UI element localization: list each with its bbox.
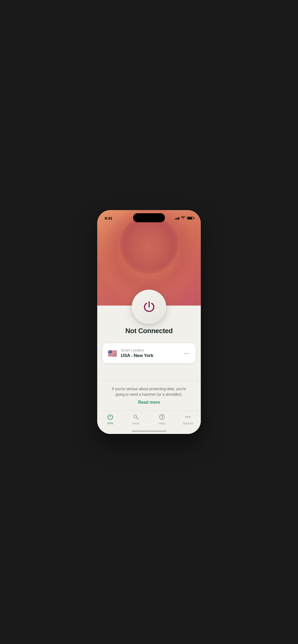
signal-bar-2 <box>176 218 177 220</box>
phone-frame: 9:41 <box>97 210 201 434</box>
connection-status: Not Connected <box>125 327 173 335</box>
help-icon <box>159 414 165 420</box>
options-label: Options <box>183 422 193 425</box>
tab-options[interactable]: Options <box>175 414 201 425</box>
wifi-icon <box>181 216 185 220</box>
svg-point-3 <box>185 416 186 417</box>
keys-label: Keys <box>133 422 139 425</box>
promo-text: If you're serious about protecting data,… <box>108 386 190 397</box>
signal-bar-4 <box>178 217 179 220</box>
svg-point-2 <box>162 418 162 419</box>
power-button-container <box>132 290 166 324</box>
location-name: USA - New York <box>121 353 184 358</box>
battery-icon <box>187 216 193 220</box>
signal-icon <box>175 216 180 220</box>
home-indicator <box>132 430 166 432</box>
read-more-button[interactable]: Read more <box>138 400 160 405</box>
options-icon <box>184 414 191 420</box>
power-icon <box>142 300 156 314</box>
battery-fill <box>188 217 192 219</box>
promo-section: If you're serious about protecting data,… <box>97 381 201 410</box>
status-time: 9:41 <box>105 216 112 220</box>
svg-point-4 <box>187 416 188 417</box>
location-card[interactable]: 🇺🇸 Smart Location USA - New York ··· <box>103 343 195 363</box>
main-content: Not Connected 🇺🇸 Smart Location USA - Ne… <box>97 306 201 434</box>
help-label: Help <box>159 422 165 425</box>
tab-keys[interactable]: Keys <box>123 414 149 425</box>
svg-point-5 <box>189 416 190 417</box>
gradient-circle-inner <box>120 215 178 274</box>
location-flag: 🇺🇸 <box>108 349 117 358</box>
more-options-button[interactable]: ··· <box>184 350 190 356</box>
status-icons <box>175 216 194 220</box>
location-label: Smart Location <box>121 348 184 352</box>
signal-bar-1 <box>175 219 176 220</box>
dynamic-island <box>133 213 165 222</box>
tab-vpn[interactable]: VPN <box>97 414 123 425</box>
vpn-label: VPN <box>107 422 113 425</box>
power-button[interactable] <box>132 290 166 324</box>
signal-bar-3 <box>177 217 178 220</box>
vpn-icon <box>107 414 114 420</box>
tab-help[interactable]: Help <box>149 414 175 425</box>
keys-icon <box>133 414 139 420</box>
location-info: Smart Location USA - New York <box>121 348 184 358</box>
